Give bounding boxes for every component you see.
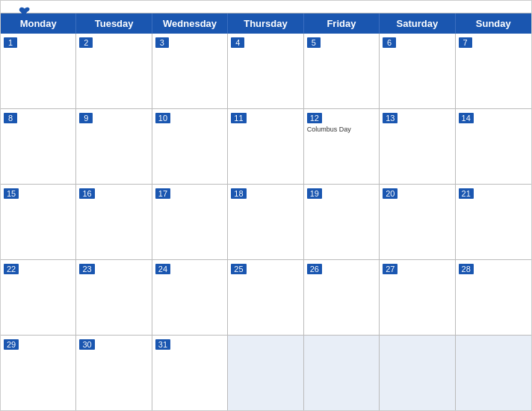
days-header: MondayTuesdayWednesdayThursdayFridaySatu… xyxy=(1,13,531,34)
event-label: Columbus Day xyxy=(307,126,376,133)
day-header-thursday: Thursday xyxy=(228,13,303,34)
logo xyxy=(16,7,31,17)
day-header-friday: Friday xyxy=(304,13,380,34)
day-cell: 5 xyxy=(304,34,380,108)
day-cell: 17 xyxy=(152,185,228,259)
day-number: 2 xyxy=(79,37,93,48)
day-number: 29 xyxy=(4,339,19,350)
day-number: 4 xyxy=(231,37,244,48)
day-header-sunday: Sunday xyxy=(456,13,531,34)
day-cell: 25 xyxy=(228,260,303,335)
day-cell: 26 xyxy=(304,260,380,335)
day-cell xyxy=(304,336,380,410)
logo-bird-icon xyxy=(17,7,31,17)
day-number: 6 xyxy=(383,37,396,48)
day-cell xyxy=(456,336,531,410)
day-number: 5 xyxy=(307,37,321,48)
day-number: 30 xyxy=(79,339,94,350)
day-cell: 7 xyxy=(456,34,531,108)
day-number: 26 xyxy=(307,264,322,274)
calendar-header xyxy=(1,1,531,13)
day-number: 21 xyxy=(459,188,474,199)
day-header-saturday: Saturday xyxy=(380,13,455,34)
day-number: 24 xyxy=(155,264,170,274)
day-number: 28 xyxy=(459,264,474,274)
day-cell: 14 xyxy=(456,109,531,184)
calendar-container: MondayTuesdayWednesdayThursdayFridaySatu… xyxy=(0,0,532,411)
day-cell: 9 xyxy=(76,109,152,184)
day-header-tuesday: Tuesday xyxy=(76,13,152,34)
day-number: 23 xyxy=(79,264,94,274)
day-cell: 12Columbus Day xyxy=(304,109,380,184)
day-cell: 19 xyxy=(304,185,380,259)
day-number: 13 xyxy=(383,113,398,123)
day-number: 18 xyxy=(231,188,246,199)
day-number: 7 xyxy=(459,37,472,48)
day-cell: 2 xyxy=(76,34,152,108)
day-cell: 28 xyxy=(456,260,531,335)
weeks-container: 123456789101112Columbus Day1314151617181… xyxy=(1,34,531,410)
day-number: 17 xyxy=(155,188,170,199)
day-cell: 11 xyxy=(228,109,303,184)
day-cell: 30 xyxy=(76,336,152,410)
day-header-monday: Monday xyxy=(1,13,76,34)
day-number: 31 xyxy=(155,339,170,350)
day-cell: 31 xyxy=(152,336,228,410)
day-cell: 15 xyxy=(1,185,76,259)
day-number: 11 xyxy=(231,113,246,123)
day-cell: 16 xyxy=(76,185,152,259)
logo-blue xyxy=(16,7,31,17)
day-cell: 20 xyxy=(380,185,455,259)
week-row-3: 15161718192021 xyxy=(1,185,531,260)
day-number: 27 xyxy=(383,264,398,274)
day-cell xyxy=(228,336,303,410)
week-row-4: 22232425262728 xyxy=(1,260,531,336)
day-cell: 1 xyxy=(1,34,76,108)
day-number: 12 xyxy=(307,113,322,123)
day-number: 16 xyxy=(79,188,94,199)
week-row-1: 1234567 xyxy=(1,34,531,109)
day-cell: 18 xyxy=(228,185,303,259)
week-row-2: 89101112Columbus Day1314 xyxy=(1,109,531,185)
day-number: 22 xyxy=(4,264,19,274)
calendar-grid: MondayTuesdayWednesdayThursdayFridaySatu… xyxy=(1,13,531,410)
day-cell: 6 xyxy=(380,34,455,108)
day-number: 19 xyxy=(307,188,322,199)
day-cell: 4 xyxy=(228,34,303,108)
day-number: 15 xyxy=(4,188,19,199)
day-cell: 8 xyxy=(1,109,76,184)
day-number: 25 xyxy=(231,264,246,274)
day-cell: 27 xyxy=(380,260,455,335)
week-row-5: 293031 xyxy=(1,336,531,410)
day-cell: 24 xyxy=(152,260,228,335)
day-cell: 3 xyxy=(152,34,228,108)
day-number: 20 xyxy=(383,188,398,199)
day-number: 3 xyxy=(155,37,169,48)
day-cell: 29 xyxy=(1,336,76,410)
day-cell: 22 xyxy=(1,260,76,335)
day-number: 1 xyxy=(4,37,17,48)
day-number: 9 xyxy=(79,113,93,123)
day-header-wednesday: Wednesday xyxy=(152,13,228,34)
day-cell xyxy=(380,336,455,410)
day-cell: 21 xyxy=(456,185,531,259)
day-cell: 10 xyxy=(152,109,228,184)
day-number: 14 xyxy=(459,113,474,123)
day-cell: 23 xyxy=(76,260,152,335)
day-number: 10 xyxy=(155,113,170,123)
day-number: 8 xyxy=(4,113,17,123)
day-cell: 13 xyxy=(380,109,455,184)
